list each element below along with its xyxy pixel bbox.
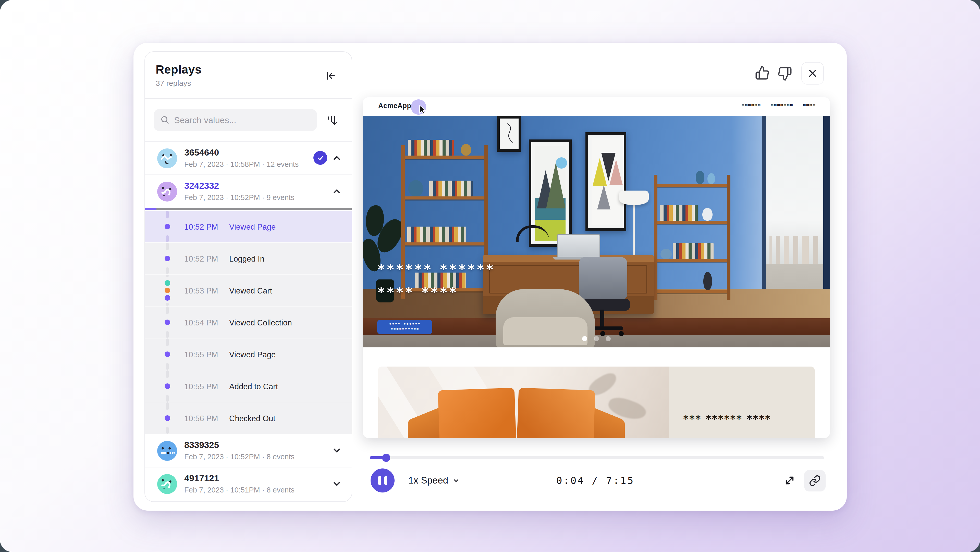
scene-chair-wheel xyxy=(600,331,605,336)
event-dot xyxy=(165,256,170,261)
watched-check-badge xyxy=(313,151,327,165)
chevron-down-icon[interactable] xyxy=(331,478,343,490)
event-row-viewed-page-1[interactable]: 10:52 PM Viewed Page xyxy=(145,210,352,242)
session-row-3242332[interactable]: 3242332 Feb 7, 2023 · 10:52PM · 9 events xyxy=(145,174,352,208)
playback-scrubber-handle[interactable] xyxy=(382,454,390,462)
session-row-8339325[interactable]: 8339325 Feb 7, 2023 · 10:52PM · 8 events xyxy=(145,434,352,467)
event-dot xyxy=(165,383,170,389)
scene-office-chair xyxy=(579,257,627,300)
event-time: 10:55 PM xyxy=(184,382,218,391)
speed-label: 1x Speed xyxy=(408,475,448,486)
thumbs-down-button[interactable] xyxy=(776,65,793,82)
timeline-line xyxy=(166,363,169,370)
avatar xyxy=(157,474,177,494)
session-meta: Feb 7, 2023 · 10:58PM · 12 events xyxy=(184,160,299,169)
site-nav: ****** ******* **** xyxy=(741,103,816,109)
search-input[interactable] xyxy=(174,115,310,125)
hero-heading-masked-line2: **** **** xyxy=(378,284,458,300)
event-row-viewed-cart[interactable]: 10:53 PM Viewed Cart xyxy=(145,274,352,306)
session-row-3654640[interactable]: 3654640 Feb 7, 2023 · 10:58PM · 12 event… xyxy=(145,141,352,174)
sort-descending-icon xyxy=(325,114,339,127)
copy-link-button[interactable] xyxy=(804,470,826,491)
event-label: Viewed Collection xyxy=(229,318,292,327)
timeline-line xyxy=(166,370,169,378)
page-title: Replays xyxy=(156,62,202,77)
replayed-site-header: AcmeApp ****** ******* **** xyxy=(363,97,830,116)
thumbs-up-button[interactable] xyxy=(754,65,770,81)
search-row xyxy=(145,99,352,141)
replay-viewport[interactable]: AcmeApp ****** ******* **** xyxy=(363,97,830,438)
site-logo: AcmeApp xyxy=(378,102,411,110)
site-hero-image: ****** ****** **** **** **** ****** ****… xyxy=(363,116,830,348)
timeline-line xyxy=(166,211,169,219)
playback-scrubber[interactable] xyxy=(370,456,824,459)
pause-button[interactable] xyxy=(371,469,395,493)
scene-city-skyline xyxy=(764,236,830,267)
timeline-line xyxy=(166,274,169,277)
playback-speed-selector[interactable]: 1x Speed xyxy=(408,474,460,487)
sidebar-header: Replays 37 replays xyxy=(145,52,352,98)
event-dot-orange xyxy=(165,288,170,293)
collapse-sidebar-button[interactable] xyxy=(323,69,337,83)
replay-modal: Replays 37 replays xyxy=(134,43,847,511)
product-text-panel: *** ****** **** xyxy=(669,367,815,438)
avatar xyxy=(157,182,177,201)
site-nav-item-masked: ****** xyxy=(741,103,761,109)
site-nav-item-masked: ******* xyxy=(770,103,793,109)
event-time: 10:55 PM xyxy=(184,350,218,359)
check-icon xyxy=(316,153,325,162)
session-meta: Feb 7, 2023 · 10:52PM · 9 events xyxy=(184,193,294,202)
search-box[interactable] xyxy=(154,109,317,131)
event-row-viewed-collection[interactable]: 10:54 PM Viewed Collection xyxy=(145,306,352,338)
scene-floor-lamp-shade xyxy=(619,191,649,205)
sort-button[interactable] xyxy=(324,112,340,129)
hero-heading-masked-line1: ****** ****** xyxy=(378,262,495,277)
carousel-dot xyxy=(606,336,611,341)
expand-icon xyxy=(783,474,796,487)
link-icon xyxy=(809,475,821,487)
event-time: 10:53 PM xyxy=(184,286,218,295)
session-playback-progress[interactable] xyxy=(145,208,352,210)
session-row-4917121[interactable]: 4917121 Feb 7, 2023 · 10:51PM · 8 events xyxy=(145,467,352,502)
replays-sidebar: Replays 37 replays xyxy=(145,51,352,502)
pause-icon xyxy=(384,476,387,485)
pause-icon xyxy=(378,476,381,485)
sofa-photo xyxy=(378,367,669,438)
event-row-checked-out[interactable]: 10:56 PM Checked Out xyxy=(145,402,352,434)
close-icon xyxy=(808,68,818,78)
event-time: 10:52 PM xyxy=(184,222,218,232)
event-row-logged-in[interactable]: 10:52 PM Logged In xyxy=(145,242,352,274)
avatar xyxy=(157,148,177,168)
scene-art-triangles xyxy=(585,132,626,231)
close-button[interactable] xyxy=(801,62,824,85)
timeline-line xyxy=(166,242,169,250)
chevron-up-icon[interactable] xyxy=(331,185,343,198)
replay-count: 37 replays xyxy=(156,79,191,88)
site-section-gap xyxy=(363,348,830,367)
event-dot xyxy=(165,295,170,301)
session-id: 3242332 xyxy=(184,180,219,191)
event-label: Checked Out xyxy=(229,414,275,423)
chevron-down-icon[interactable] xyxy=(331,445,343,457)
chevron-up-icon[interactable] xyxy=(331,152,343,164)
event-row-viewed-page-2[interactable]: 10:55 PM Viewed Page xyxy=(145,338,352,370)
session-id: 3654640 xyxy=(184,147,219,158)
scene-office-chair-post xyxy=(600,310,605,327)
event-label: Viewed Page xyxy=(229,350,275,359)
thumbs-up-icon xyxy=(755,65,770,80)
playback-time: 0:04 / 7:15 xyxy=(519,475,672,486)
scene-chair-wheel xyxy=(619,331,624,336)
chevron-down-icon xyxy=(452,476,460,485)
timeline-line xyxy=(166,331,169,338)
event-dot xyxy=(165,224,170,230)
event-dot xyxy=(165,415,170,421)
session-id: 8339325 xyxy=(184,440,219,450)
event-time: 10:54 PM xyxy=(184,318,218,327)
site-nav-item-masked: **** xyxy=(803,103,816,109)
fullscreen-button[interactable] xyxy=(783,474,796,487)
timeline-line xyxy=(166,235,169,242)
site-product-section: *** ****** **** xyxy=(378,367,815,438)
scene-art-small xyxy=(497,116,521,152)
event-row-added-to-cart[interactable]: 10:55 PM Added to Cart xyxy=(145,370,352,402)
carousel-dot xyxy=(594,336,599,341)
